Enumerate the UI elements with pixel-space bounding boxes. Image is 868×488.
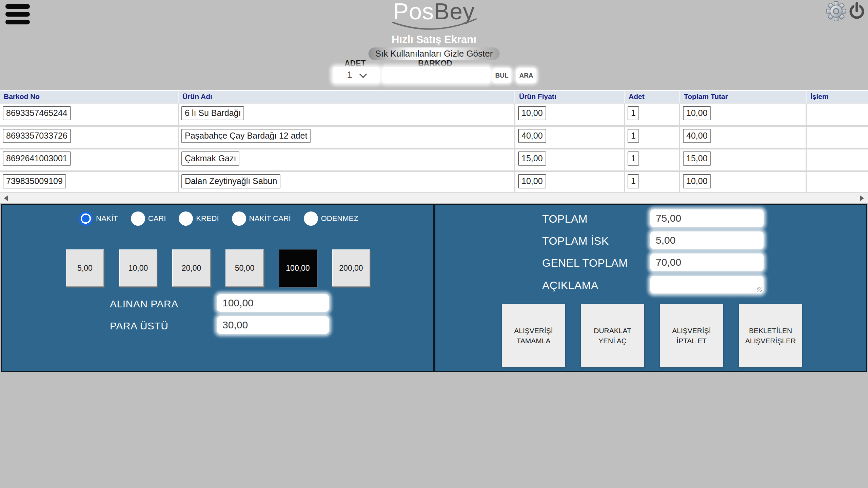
adet-select-value: 1: [347, 70, 352, 80]
urun-fiyati-input[interactable]: 15,00: [518, 151, 546, 166]
toplam-input[interactable]: 75,00: [650, 209, 764, 227]
denomination-buttons: 5,00 10,00 20,00 50,00 100,00 200,00: [66, 249, 370, 287]
toplam-isk-input[interactable]: 5,00: [650, 231, 764, 249]
table-row: 8693357033726 Paşabahçe Çay Bardağı 12 a…: [0, 127, 868, 149]
page-title: Hızlı Satış Ekranı: [0, 34, 868, 46]
col-header-barkod-no: Barkod No: [0, 91, 179, 103]
chevron-down-icon: [359, 70, 367, 78]
para-ustu-input[interactable]: 30,00: [217, 316, 329, 334]
denom-button-200[interactable]: 200,00: [332, 249, 370, 287]
col-header-toplam-tutar: Toplam Tutar: [680, 91, 807, 103]
toplam-tutar-input[interactable]: 15,00: [683, 151, 711, 166]
payment-option-kredi[interactable]: KREDİ: [179, 211, 219, 226]
scroll-left-arrow-icon[interactable]: [4, 195, 8, 201]
urun-adi-input[interactable]: 6 lı Su Bardağı: [181, 106, 244, 120]
toplam-tutar-input[interactable]: 40,00: [683, 129, 711, 143]
barkod-no-input[interactable]: 8693357465244: [3, 106, 71, 120]
genel-toplam-label: GENEL TOPLAM: [542, 257, 628, 269]
alinan-para-input[interactable]: 100,00: [217, 294, 329, 312]
payment-option-label: NAKİT CARİ: [249, 214, 291, 223]
horizontal-scrollbar[interactable]: [0, 192, 868, 203]
urun-adi-input[interactable]: Dalan Zeytinyağlı Sabun: [181, 174, 280, 188]
barkod-input[interactable]: [382, 67, 491, 83]
alinan-para-label: ALINAN PARA: [110, 298, 178, 310]
urun-fiyati-input[interactable]: 10,00: [518, 106, 546, 120]
alisverisi-iptal-et-button[interactable]: ALIŞVERİŞİ İPTAL ET: [660, 304, 723, 367]
urun-adi-input[interactable]: Çakmak Gazı: [181, 151, 239, 166]
denom-button-50[interactable]: 50,00: [225, 249, 264, 287]
payment-option-odenmez[interactable]: ODENMEZ: [304, 211, 358, 226]
adet-input[interactable]: 1: [628, 106, 639, 120]
para-ustu-label: PARA ÜSTÜ: [110, 320, 168, 332]
payment-option-label: NAKİT: [96, 214, 118, 223]
payment-panel: NAKİT CARI KREDİ NAKİT CARİ ODENMEZ 5,00…: [1, 204, 434, 372]
table-row: 739835009109 Dalan Zeytinyağlı Sabun 10,…: [0, 172, 868, 195]
duraklat-yeni-ac-button[interactable]: DURAKLAT YENİ AÇ: [581, 304, 644, 367]
table-row: 8692641003001 Çakmak Gazı 15,00 1 15,00: [0, 149, 868, 172]
adet-input[interactable]: 1: [628, 174, 639, 188]
urun-fiyati-input[interactable]: 40,00: [518, 129, 546, 143]
denom-button-5[interactable]: 5,00: [66, 249, 104, 287]
ara-button[interactable]: ARA: [516, 68, 536, 83]
col-header-islem: İşlem: [807, 91, 867, 103]
denom-button-10[interactable]: 10,00: [119, 249, 157, 287]
adet-input[interactable]: 1: [628, 129, 639, 143]
barkod-no-input[interactable]: 8692641003001: [3, 151, 71, 166]
table-header-row: Barkod No Ürün Adı Ürün Fiyatı Adet Topl…: [0, 91, 868, 104]
radio-icon: [304, 211, 318, 226]
payment-methods: NAKİT CARI KREDİ NAKİT CARİ ODENMEZ: [79, 211, 358, 226]
radio-icon: [232, 211, 246, 226]
barkod-no-input[interactable]: 739835009109: [3, 174, 66, 188]
totals-panel: TOPLAM 75,00 TOPLAM İSK 5,00 GENEL TOPLA…: [434, 204, 867, 372]
favorites-toggle-button[interactable]: Sık Kullanılanları Gizle Göster: [369, 47, 500, 60]
urun-fiyati-input[interactable]: 10,00: [518, 174, 546, 188]
action-buttons: ALIŞVERİŞİ TAMAMLA DURAKLAT YENİ AÇ ALIŞ…: [502, 304, 802, 367]
payment-option-nakit-cari[interactable]: NAKİT CARİ: [232, 211, 291, 226]
toplam-label: TOPLAM: [542, 213, 588, 225]
adet-select[interactable]: 1: [333, 67, 380, 83]
denom-button-100-selected[interactable]: 100,00: [279, 249, 317, 287]
payment-option-cari[interactable]: CARI: [131, 211, 166, 226]
payment-option-label: KREDİ: [196, 214, 219, 223]
col-header-adet: Adet: [625, 91, 680, 103]
toplam-tutar-input[interactable]: 10,00: [683, 106, 711, 120]
adet-input[interactable]: 1: [628, 151, 639, 166]
toplam-tutar-input[interactable]: 10,00: [683, 174, 711, 188]
items-table: Barkod No Ürün Adı Ürün Fiyatı Adet Topl…: [0, 90, 868, 195]
urun-adi-input[interactable]: Paşabahçe Çay Bardağı 12 adet: [181, 129, 311, 143]
barkod-no-input[interactable]: 8693357033726: [3, 129, 71, 143]
quick-sale-screen: PosBey Hızlı Satış Ekranı Sık Kullanılan…: [0, 0, 868, 488]
aciklama-label: AÇIKLAMA: [542, 279, 598, 292]
table-row: 8693357465244 6 lı Su Bardağı 10,00 1 10…: [0, 104, 868, 127]
alisverisi-tamamla-button[interactable]: ALIŞVERİŞİ TAMAMLA: [502, 304, 565, 367]
toplam-isk-label: TOPLAM İSK: [542, 235, 609, 247]
col-header-urun-adi: Ürün Adı: [179, 91, 515, 103]
col-header-urun-fiyati: Ürün Fiyatı: [515, 91, 625, 103]
payment-option-label: ODENMEZ: [321, 214, 358, 223]
genel-toplam-input[interactable]: 70,00: [650, 253, 764, 271]
aciklama-textarea[interactable]: [650, 276, 764, 293]
payment-option-nakit[interactable]: NAKİT: [79, 211, 118, 226]
bul-button[interactable]: BUL: [492, 68, 511, 83]
radio-selected-icon: [79, 211, 93, 226]
payment-option-label: CARI: [148, 214, 166, 223]
denom-button-20[interactable]: 20,00: [172, 249, 211, 287]
bekletilen-alisverisler-button[interactable]: BEKLETİLEN ALIŞVERİŞLER: [739, 304, 802, 367]
scroll-right-arrow-icon[interactable]: [860, 195, 864, 201]
radio-icon: [179, 211, 193, 226]
radio-icon: [131, 211, 145, 226]
